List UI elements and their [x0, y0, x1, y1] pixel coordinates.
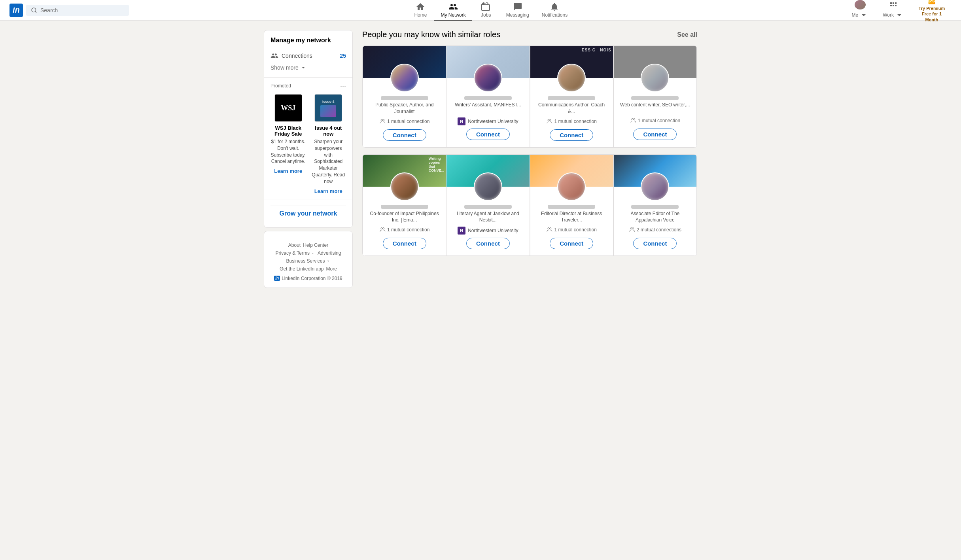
nav-right: Me Work Try — [846, 0, 952, 24]
show-more-label: Show more — [271, 64, 299, 71]
person-avatar-p2 — [474, 64, 502, 92]
nav-item-my-network[interactable]: My Network — [434, 0, 472, 21]
jobs-icon — [481, 2, 491, 11]
person-title-p5: Co-founder of Impact Philippines Inc. | … — [363, 210, 446, 224]
school-badge-p6: N Northwestern University — [458, 227, 518, 235]
footer-privacy[interactable]: Privacy & Terms — [276, 250, 315, 256]
smq-ad-image: Issue 4 — [314, 94, 342, 122]
mutual-icon-p1 — [379, 118, 386, 125]
connect-button-p6[interactable]: Connect — [466, 238, 510, 249]
ad-smq: Issue 4 Issue 4 out now Sharpen your sup… — [311, 94, 346, 194]
person-card-p3: ESS C NOIS Communications Author, Coach … — [530, 46, 613, 148]
person-avatar-p3 — [557, 64, 586, 92]
wsj-ad-image: WSJ — [274, 94, 302, 122]
home-icon — [416, 2, 425, 11]
promoted-more-button[interactable]: ··· — [340, 82, 346, 89]
person-name-p1 — [381, 96, 428, 100]
see-all-button[interactable]: See all — [677, 31, 697, 38]
mutual-p4: 1 mutual connection — [630, 117, 680, 124]
svg-point-14 — [632, 228, 634, 229]
li-logo-small: in — [274, 276, 280, 281]
show-more-button[interactable]: Show more — [271, 63, 306, 72]
smq-ad-desc: Sharpen your superpowers with Sophistica… — [311, 138, 346, 185]
connect-button-p2[interactable]: Connect — [466, 129, 510, 140]
connect-button-p8[interactable]: Connect — [633, 238, 677, 249]
footer-business[interactable]: Business Services — [286, 258, 330, 264]
people-grid-row1: Public Speaker, Author, and Journalist 1… — [362, 45, 697, 148]
connect-button-p7[interactable]: Connect — [550, 238, 593, 249]
linkedin-logo[interactable]: in — [9, 4, 23, 17]
promoted-label: Promoted — [271, 83, 291, 89]
person-title-p3: Communications Author, Coach &... — [530, 102, 613, 115]
svg-point-3 — [381, 119, 382, 121]
nav-item-messaging[interactable]: Messaging — [500, 0, 535, 21]
chevron-down-icon — [300, 64, 306, 71]
nav-item-me[interactable]: Me — [846, 0, 875, 21]
wsj-logo: WSJ — [275, 95, 302, 121]
svg-point-9 — [381, 228, 382, 229]
svg-point-6 — [550, 119, 551, 121]
footer-advertising[interactable]: Advertising — [318, 250, 341, 256]
search-icon — [31, 7, 37, 13]
mutual-icon-p3 — [546, 118, 552, 125]
notifications-icon — [550, 2, 559, 11]
footer-about[interactable]: About — [288, 242, 301, 248]
footer-app[interactable]: Get the LinkedIn app — [280, 266, 323, 272]
mutual-icon-p5 — [379, 227, 386, 233]
premium-button[interactable]: Try Premium Free for 1 Month — [912, 0, 952, 24]
smq-learn-more-link[interactable]: Learn more — [314, 188, 342, 194]
person-card-p8: Associate Editor of The Appalachian Voic… — [613, 155, 697, 256]
person-name-p6 — [464, 205, 512, 209]
nav-label-jobs: Jobs — [481, 12, 491, 18]
grow-network-button[interactable]: Grow your network — [271, 206, 346, 221]
svg-point-12 — [550, 228, 551, 229]
nav-item-jobs[interactable]: Jobs — [472, 0, 500, 21]
wsj-learn-more-link[interactable]: Learn more — [274, 168, 302, 174]
search-input[interactable] — [40, 7, 124, 13]
nav-center: Home My Network Jobs Messaging Notificat… — [135, 0, 846, 21]
connections-row[interactable]: Connections 25 — [271, 49, 346, 63]
mutual-p8: 2 mutual connections — [629, 227, 681, 233]
footer-help[interactable]: Help Center — [303, 242, 328, 248]
person-name-p5 — [381, 205, 428, 209]
nav-item-notifications[interactable]: Notifications — [535, 0, 574, 21]
main-content: People you may know with similar roles S… — [362, 30, 697, 291]
wsj-ad-desc: $1 for 2 months. Don't wait. Subscribe t… — [271, 138, 306, 165]
footer-links: About Help Center Privacy & Terms Advert… — [271, 242, 346, 272]
mutual-p5: 1 mutual connection — [379, 227, 429, 233]
nav-label-messaging: Messaging — [506, 12, 529, 18]
work-chevron-icon — [895, 10, 904, 20]
connect-button-p4[interactable]: Connect — [633, 129, 677, 140]
my-network-icon — [448, 2, 458, 11]
footer-more[interactable]: More — [326, 266, 337, 272]
premium-label: Try Premium Free for 1 Month — [915, 6, 948, 23]
connections-label: Connections — [282, 53, 312, 59]
person-card-p6: Literary Agent at Janklow and Nesbit... … — [446, 155, 530, 256]
person-card-p4: Web content writer, SEO writer,... 1 mut… — [613, 46, 697, 148]
svg-point-5 — [548, 119, 549, 121]
chevron-down-bs-icon — [326, 259, 331, 263]
svg-point-10 — [383, 228, 384, 229]
connect-button-p3[interactable]: Connect — [550, 129, 593, 141]
person-avatar-p8 — [641, 172, 669, 201]
people-grid-row2: WritingcopiesthatCONVE... Co-founder of … — [362, 154, 697, 257]
person-avatar-p1 — [390, 64, 419, 92]
divider-2 — [264, 199, 352, 199]
nav-item-work[interactable]: Work — [876, 0, 910, 21]
person-card-p5: WritingcopiesthatCONVE... Co-founder of … — [363, 155, 446, 256]
person-name-p7 — [548, 205, 595, 209]
mutual-icon-p7 — [546, 227, 552, 233]
manage-network-card: Manage my network Connections 25 Show mo… — [264, 30, 353, 228]
person-avatar-p7 — [557, 172, 586, 201]
person-card-p2: Writers' Assistant, MANIFEST... N Northw… — [446, 46, 530, 148]
person-name-p8 — [631, 205, 679, 209]
person-avatar-p6 — [474, 172, 502, 201]
mutual-p1: 1 mutual connection — [379, 118, 429, 125]
connect-button-p1[interactable]: Connect — [383, 129, 426, 141]
nav-item-home[interactable]: Home — [407, 0, 434, 21]
nav-label-work: Work — [883, 10, 904, 20]
messaging-icon — [513, 2, 522, 11]
search-bar[interactable] — [26, 5, 129, 16]
svg-line-1 — [35, 11, 36, 13]
connect-button-p5[interactable]: Connect — [383, 238, 426, 249]
